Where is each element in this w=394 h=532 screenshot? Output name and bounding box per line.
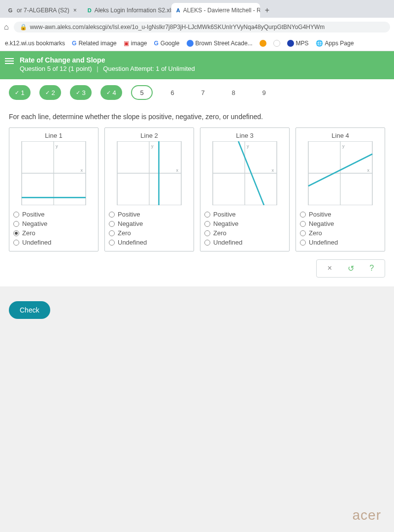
option-label: Zero [213,229,227,237]
mini-graph: y x [109,141,190,205]
check-icon: ✓ [106,90,111,96]
question-pill-current[interactable]: 5 [131,85,153,100]
option-label: Undefined [22,239,51,246]
question-nav: ✓1 ✓2 ✓3 ✓4 5 6 7 8 9 [0,79,394,106]
option-zero[interactable]: Zero [109,229,190,237]
option-group: Positive Negative Zero Undefined [204,211,285,246]
svg-text:x: x [367,168,370,173]
q-num: 3 [82,89,85,96]
mini-graph: y x [13,141,94,205]
close-icon[interactable]: × [72,7,78,14]
line-card: Line 3 y x Positive Negative Zero Undefi… [200,127,290,251]
bookmark-item[interactable]: 🌐Apps Page [316,40,354,47]
q-num: 6 [170,89,174,96]
bookmark-label: MPS [296,40,309,47]
q-num: 8 [231,89,235,96]
option-zero[interactable]: Zero [13,229,94,237]
option-positive[interactable]: Positive [109,211,190,218]
bookmark-item[interactable]: e.k12.wi.us bookmarks [5,40,65,47]
bookmark-item[interactable] [273,40,280,47]
lock-icon: 🔒 [20,24,27,31]
browser-tab-active[interactable]: A ALEKS - Davierre Mitchell - Rate × [171,3,260,18]
question-pill[interactable]: 8 [223,85,244,100]
bookmark-item[interactable]: Brown Street Acade... [187,40,253,47]
device-logo: acer [353,507,381,523]
tab-label: ALEKS - Davierre Mitchell - Rate [183,7,260,14]
question-pill[interactable]: 9 [253,85,275,100]
svg-text:y: y [247,144,249,149]
menu-icon[interactable] [5,58,14,64]
browser-tab[interactable]: G or 7-ALGEBRA (S2) × [2,3,83,18]
reset-button[interactable]: ↺ [348,264,354,273]
check-icon: ✓ [76,90,80,96]
check-row: Check [0,286,394,334]
option-label: Negative [309,220,334,227]
home-icon[interactable]: ⌂ [4,23,9,31]
tab-label: Aleks Login Information S2.xlsx [95,7,171,14]
google-icon: G [72,40,76,47]
option-label: Positive [22,211,45,218]
card-title: Line 4 [300,132,381,139]
bookmark-item[interactable]: ▣image [124,40,147,47]
radio-icon [109,221,115,227]
new-tab-button[interactable]: + [260,3,274,18]
browser-tab[interactable]: D Aleks Login Information S2.xlsx × [83,3,171,18]
site-icon [287,40,294,47]
tab-label: or 7-ALGEBRA (S2) [17,7,69,14]
answer-tools: × ↺ ? [316,259,385,278]
bookmark-label: Google [161,40,180,47]
question-pill[interactable]: ✓4 [100,85,122,100]
q-num: 1 [21,89,24,96]
radio-icon [300,221,306,227]
option-group: Positive Negative Zero Undefined [13,211,94,246]
bookmark-label: Apps Page [325,40,354,47]
option-negative[interactable]: Negative [300,220,381,227]
bookmark-item[interactable]: MPS [287,40,309,47]
svg-text:x: x [81,168,83,173]
option-undefined[interactable]: Undefined [109,239,190,246]
option-positive[interactable]: Positive [204,211,285,218]
option-undefined[interactable]: Undefined [300,239,381,246]
question-pill[interactable]: ✓2 [39,85,61,100]
question-meta: Question 5 of 12 (1 point) | Question At… [20,65,387,72]
option-negative[interactable]: Negative [13,220,94,227]
option-label: Zero [22,229,35,237]
option-negative[interactable]: Negative [204,220,285,227]
option-label: Undefined [213,239,242,246]
option-zero[interactable]: Zero [204,229,285,237]
radio-icon [204,221,210,227]
radio-icon [109,230,115,236]
option-group: Positive Negative Zero Undefined [300,211,381,246]
option-negative[interactable]: Negative [109,220,190,227]
clear-button[interactable]: × [328,264,332,273]
option-zero[interactable]: Zero [300,229,381,237]
question-prompt: For each line, determine whether the slo… [9,113,385,121]
line-card: Line 4 y x Positive Negative Zero Undefi… [296,127,385,251]
q-num: 9 [262,89,265,96]
bookmark-item[interactable]: GRelated image [72,40,117,47]
favicon: A [176,7,180,14]
bookmark-item[interactable]: GGoogle [154,40,179,47]
help-button[interactable]: ? [369,264,374,273]
option-undefined[interactable]: Undefined [13,239,94,246]
option-label: Negative [22,220,47,227]
radio-icon [204,212,210,218]
option-positive[interactable]: Positive [300,211,381,218]
question-pill[interactable]: 7 [192,85,214,100]
url-input[interactable]: 🔒 www-awn.aleks.com/alekscgi/x/Isl.exe/1… [14,22,390,32]
question-pill[interactable]: ✓3 [70,85,92,100]
check-button[interactable]: Check [9,301,50,319]
option-label: Undefined [309,239,338,246]
bookmark-label: e.k12.wi.us bookmarks [5,40,65,47]
url-text: www-awn.aleks.com/alekscgi/x/Isl.exe/1o_… [30,24,325,31]
bookmark-item[interactable] [260,40,266,47]
aleks-header: Rate of Change and Slope Question 5 of 1… [0,51,394,79]
option-positive[interactable]: Positive [13,211,94,218]
radio-icon [13,221,19,227]
radio-icon [109,212,115,218]
option-undefined[interactable]: Undefined [204,239,285,246]
question-pill[interactable]: ✓1 [9,85,31,100]
question-pill[interactable]: 6 [162,85,183,100]
svg-text:y: y [342,144,345,149]
question-content: For each line, determine whether the slo… [0,106,394,286]
